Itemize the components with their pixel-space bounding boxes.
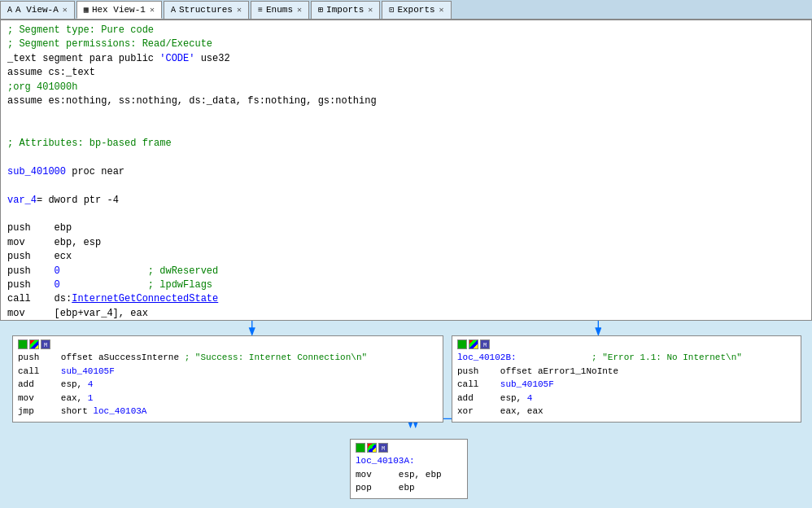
code-line: call ds:InternetGetConnectedState [7, 292, 805, 306]
tab-close-structures[interactable]: ✕ [237, 5, 242, 15]
flow-block-right: M loc_40102B: ; "Error 1.1: No Internet\… [452, 335, 801, 423]
flow-block-bottom: M loc_40103A: mov esp, ebp pop ebp [350, 439, 468, 499]
flow-block-left: M push offset aSuccessInterne ; "Success… [12, 335, 443, 423]
code-line: ; Segment type: Pure code [7, 24, 805, 37]
flow-block-header-left: M [18, 339, 438, 349]
block-icon-green-r [457, 339, 467, 349]
block-icon-color-b [367, 443, 377, 453]
flow-block-header-bottom: M [356, 443, 462, 453]
flow-code-line: pop ebp [356, 481, 462, 495]
tab-close-hex-view-1[interactable]: ✕ [150, 5, 155, 15]
flow-code-line: add esp, 4 [18, 378, 438, 392]
tab-close-enums[interactable]: ✕ [297, 5, 302, 15]
code-line [7, 108, 805, 122]
flow-code-line: call sub_40105F [457, 378, 796, 392]
code-line: push ecx [7, 250, 805, 264]
flow-code-line: mov esp, ebp [356, 468, 462, 482]
tab-hex-view-1[interactable]: ▦ Hex View-1 ✕ [76, 1, 162, 19]
block-icon-monitor-b: M [378, 443, 388, 453]
tab-bar: A A View-A ✕ ▦ Hex View-1 ✕ A Structures… [0, 0, 812, 20]
tab-exports[interactable]: ⊡ Exports ✕ [382, 1, 451, 19]
tab-label-hex-view-1: Hex View-1 [92, 5, 146, 15]
code-line: ; Segment permissions: Read/Execute [7, 37, 805, 51]
tab-close-exports[interactable]: ✕ [439, 5, 444, 15]
flow-block-header-right: M [457, 339, 796, 349]
code-line [7, 208, 805, 221]
flow-code-line: push offset aSuccessInterne ; "Success: … [18, 351, 438, 365]
tab-imports[interactable]: ⊞ Imports ✕ [311, 1, 380, 19]
tab-close-ida-view-a[interactable]: ✕ [63, 5, 68, 15]
tab-icon-hex: ▦ [84, 5, 89, 15]
tab-label-imports: Imports [326, 5, 364, 15]
code-content: ; Segment type: Pure code ; Segment perm… [1, 20, 811, 321]
flow-code-line: push offset aError1_1NoInte [457, 365, 796, 379]
tab-label-ida-view-a: A View-A [15, 5, 59, 15]
code-line: var_4= dword ptr -4 [7, 194, 805, 208]
flow-code-line: call sub_40105F [18, 365, 438, 379]
tab-close-imports[interactable]: ✕ [368, 5, 373, 15]
tab-structures[interactable]: A Structures ✕ [164, 1, 249, 19]
flow-code-line: loc_40102B: ; "Error 1.1: No Internet\n" [457, 351, 796, 365]
flow-code-line: xor eax, eax [457, 405, 796, 418]
tab-icon-exports: ⊡ [389, 5, 394, 15]
tab-label-exports: Exports [397, 5, 434, 15]
code-line: push ebp [7, 221, 805, 235]
block-icon-color [29, 339, 39, 349]
code-line [7, 151, 805, 165]
code-line: push 0 ; dwReserved [7, 265, 805, 278]
code-line: push 0 ; lpdwFlags [7, 278, 805, 292]
code-line: _text segment para public 'CODE' use32 [7, 52, 805, 66]
flow-code-line: jmp short loc_40103A [18, 405, 438, 418]
code-line [7, 179, 805, 193]
code-line: assume cs:_text [7, 66, 805, 80]
code-view[interactable]: ; Segment type: Pure code ; Segment perm… [0, 20, 812, 321]
tab-icon-a: A [7, 6, 12, 15]
code-line [7, 123, 805, 137]
block-icon-green [18, 339, 28, 349]
block-icon-monitor-r: M [480, 339, 490, 349]
tab-icon-enums: ≡ [258, 6, 263, 15]
flow-code-line: loc_40103A: [356, 454, 462, 468]
code-line: assume es:nothing, ss:nothing, ds:_data,… [7, 94, 805, 108]
code-line: ;org 401000h [7, 81, 805, 94]
main-area: ; Segment type: Pure code ; Segment perm… [0, 20, 812, 508]
code-line: mov [ebp+var_4], eax [7, 307, 805, 321]
code-line: sub_401000 proc near [7, 165, 805, 179]
tab-label-enums: Enums [266, 5, 293, 15]
tab-ida-view-a[interactable]: A A View-A ✕ [0, 1, 75, 19]
code-line: ; Attributes: bp-based frame [7, 137, 805, 151]
tab-icon-imports: ⊞ [318, 5, 323, 15]
tab-label-structures: Structures [179, 5, 233, 15]
code-line: mov ebp, esp [7, 236, 805, 250]
graph-area: M push offset aSuccessInterne ; "Success… [0, 321, 812, 508]
block-icon-green-b [356, 443, 365, 453]
flow-code-line: add esp, 4 [457, 392, 796, 405]
block-icon-color-r [469, 339, 478, 349]
tab-icon-struct: A [171, 6, 176, 15]
tab-enums[interactable]: ≡ Enums ✕ [251, 1, 309, 19]
flow-code-line: mov eax, 1 [18, 392, 438, 405]
block-icon-monitor: M [41, 339, 50, 349]
